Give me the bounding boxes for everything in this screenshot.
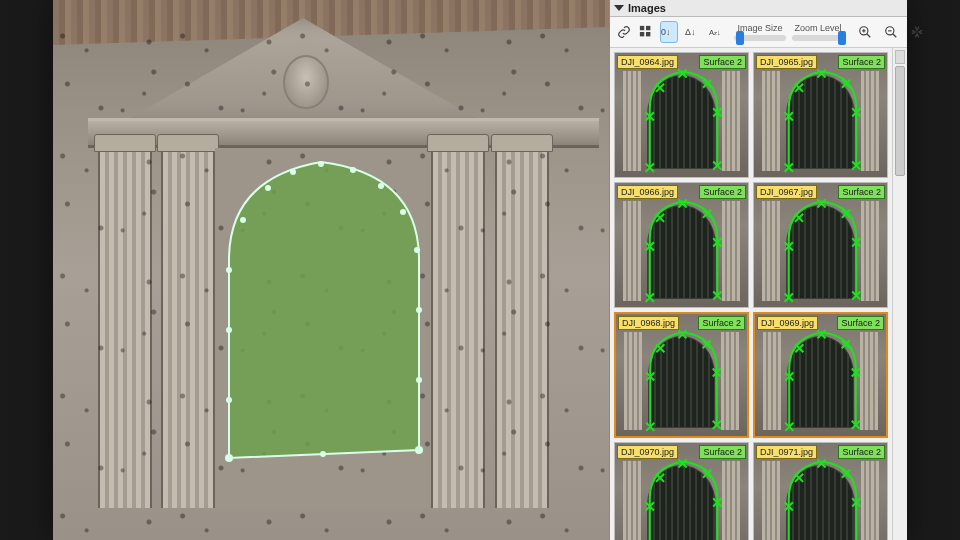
facade-render bbox=[53, 0, 609, 540]
panel-toolbar: 0↓ Δ↓ Az↓ Image Size Zoom Level bbox=[610, 17, 907, 48]
zoom-level-slider[interactable]: Zoom Level bbox=[792, 23, 844, 41]
thumbnail-surface-label: Surface 2 bbox=[837, 316, 884, 330]
svg-text:0↓: 0↓ bbox=[661, 27, 670, 37]
thumbnail-grid: DJI_0964.jpg Surface 2 DJI_0965.jpg Surf… bbox=[610, 48, 892, 540]
thumbnail[interactable]: DJI_0966.jpg Surface 2 bbox=[614, 182, 749, 308]
thumbnail[interactable]: DJI_0970.jpg Surface 2 bbox=[614, 442, 749, 540]
thumbnail-filename: DJI_0970.jpg bbox=[617, 445, 678, 459]
svg-line-28 bbox=[893, 34, 897, 38]
thumbnail-filename: DJI_0965.jpg bbox=[756, 55, 817, 69]
thumbnail-filename: DJI_0967.jpg bbox=[756, 185, 817, 199]
svg-text:Az↓: Az↓ bbox=[709, 28, 721, 37]
disclose-icon bbox=[614, 5, 624, 11]
link-icon[interactable] bbox=[616, 21, 632, 43]
thumbnail-filename: DJI_0969.jpg bbox=[757, 316, 818, 330]
thumbnail-surface-label: Surface 2 bbox=[838, 445, 885, 459]
image-size-label: Image Size bbox=[737, 23, 782, 33]
thumbnail[interactable]: DJI_0968.jpg Surface 2 bbox=[614, 312, 749, 438]
sort-delta-icon[interactable]: Δ↓ bbox=[684, 21, 702, 43]
thumbnail-overlay bbox=[755, 314, 886, 438]
thumbnail-surface-label: Surface 2 bbox=[838, 55, 885, 69]
thumbnail-overlay bbox=[754, 53, 887, 178]
app-window: Images 0↓ Δ↓ Az↓ Image Size Zo bbox=[53, 0, 907, 540]
thumbnail-filename: DJI_0968.jpg bbox=[618, 316, 679, 330]
thumbnail-surface-label: Surface 2 bbox=[699, 55, 746, 69]
panel-header[interactable]: Images bbox=[610, 0, 907, 17]
viewport-3d[interactable] bbox=[53, 0, 609, 540]
svg-text:Δ↓: Δ↓ bbox=[685, 27, 695, 37]
zoom-level-label: Zoom Level bbox=[794, 23, 841, 33]
thumbnail-filename: DJI_0964.jpg bbox=[617, 55, 678, 69]
fit-icon[interactable] bbox=[906, 21, 928, 43]
scroll-thumb[interactable] bbox=[895, 66, 905, 176]
svg-rect-19 bbox=[646, 32, 650, 36]
thumbnail-overlay bbox=[754, 183, 887, 308]
thumbnail-surface-label: Surface 2 bbox=[699, 445, 746, 459]
scrollbar[interactable] bbox=[892, 48, 907, 540]
sort-alpha-icon[interactable]: Az↓ bbox=[708, 21, 728, 43]
panel-title: Images bbox=[628, 2, 666, 14]
zoom-in-icon[interactable] bbox=[854, 21, 876, 43]
thumbnail-overlay bbox=[616, 314, 747, 438]
thumbnail-filename: DJI_0966.jpg bbox=[617, 185, 678, 199]
svg-rect-17 bbox=[646, 26, 650, 30]
thumbnail[interactable]: DJI_0971.jpg Surface 2 bbox=[753, 442, 888, 540]
thumbnail-overlay bbox=[615, 53, 748, 178]
grid-view-icon[interactable] bbox=[638, 21, 654, 43]
thumbnail-surface-label: Surface 2 bbox=[699, 185, 746, 199]
thumbnail-surface-label: Surface 2 bbox=[698, 316, 745, 330]
images-panel: Images 0↓ Δ↓ Az↓ Image Size Zo bbox=[609, 0, 907, 540]
thumbnail[interactable]: DJI_0969.jpg Surface 2 bbox=[753, 312, 888, 438]
thumbnail-filename: DJI_0971.jpg bbox=[756, 445, 817, 459]
thumbnail-overlay bbox=[615, 183, 748, 308]
thumbnail-surface-label: Surface 2 bbox=[838, 185, 885, 199]
svg-rect-18 bbox=[640, 32, 644, 36]
zoom-out-icon[interactable] bbox=[880, 21, 902, 43]
thumbnail[interactable]: DJI_0967.jpg Surface 2 bbox=[753, 182, 888, 308]
thumbnail[interactable]: DJI_0965.jpg Surface 2 bbox=[753, 52, 888, 178]
thumbnail[interactable]: DJI_0964.jpg Surface 2 bbox=[614, 52, 749, 178]
sort-num-icon[interactable]: 0↓ bbox=[660, 21, 678, 43]
image-size-slider[interactable]: Image Size bbox=[734, 23, 786, 41]
svg-rect-16 bbox=[640, 26, 644, 30]
svg-line-24 bbox=[867, 34, 871, 38]
